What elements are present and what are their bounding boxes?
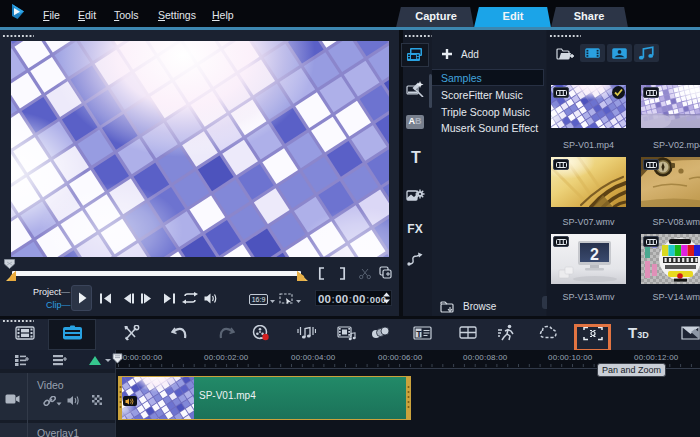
svg-text:T: T xyxy=(416,329,422,339)
svg-text:2: 2 xyxy=(590,246,599,263)
